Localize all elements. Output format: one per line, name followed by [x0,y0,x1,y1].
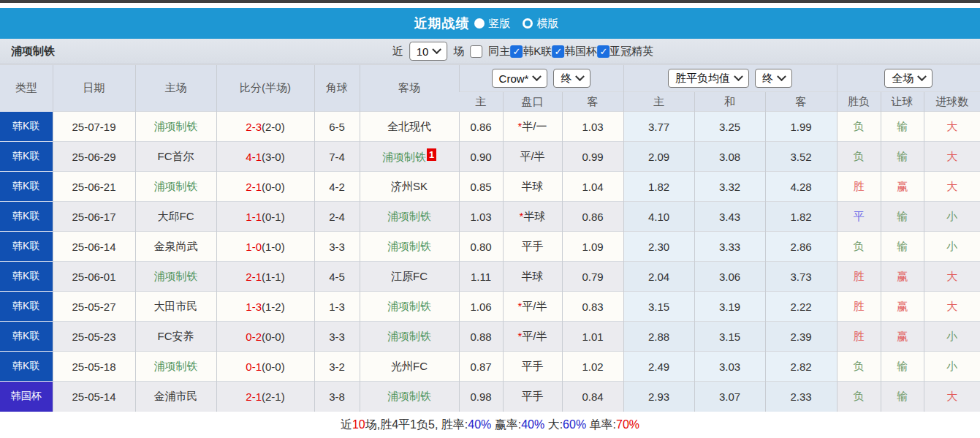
match-result: 胜 [854,300,865,312]
corners-cell: 4-2 [314,172,360,202]
away-team: 浦项制铁 [387,210,431,222]
goals-result-cell: 大 [924,382,980,412]
avg-away-odds: 2.22 [790,301,811,313]
full-match-select[interactable]: 全场 [884,69,932,88]
avg-away-odds: 1.99 [790,121,811,133]
vertical-layout-label[interactable]: 竖版 [489,17,511,31]
ah-away-odds-cell: 0.99 [562,142,623,172]
goals-result-cell: 大 [924,112,980,142]
match-type: 韩国杯 [11,390,42,401]
avg-draw-odds: 3.07 [719,390,740,403]
handicap-source-value: Crow* [499,72,529,85]
full-match-value: 全场 [892,72,913,86]
away-team-cell: 浦项制铁 [360,382,459,412]
average-time-select[interactable]: 终 [755,69,792,88]
corners-cell: 2-4 [314,202,360,232]
match-date-cell: 25-06-17 [53,202,135,232]
score-cell: 4-1(3-0) [216,142,314,172]
ah-home-odds: 0.88 [470,331,491,343]
horizontal-layout-label[interactable]: 横版 [537,17,559,31]
match-type: 韩K联 [12,270,39,282]
league-kleague-label[interactable]: 韩K联 [523,45,552,58]
league-acl-checkbox[interactable]: ✓ [597,45,609,58]
avg-draw-odds-cell: 3.03 [694,352,765,382]
ah-home-odds: 0.90 [470,151,491,163]
avg-home-odds-cell: 2.04 [623,262,694,292]
avg-draw-odds-cell: 3.25 [694,112,765,142]
ah-away-odds: 0.79 [582,271,603,283]
league-kleague-checkbox[interactable]: ✓ [510,45,523,58]
match-result: 负 [854,390,865,402]
match-type-cell: 韩K联 [0,112,53,142]
away-team-cell: 光州FC [360,352,459,382]
result-cell: 负 [837,352,881,382]
table-row: 韩K联 25-06-01 浦项制铁 2-1(1-1) 4-5 江原FC 1.11… [0,262,980,292]
table-row: 韩K联 25-05-27 大田市民 1-3(1-2) 1-3 浦项制铁 1.06… [0,292,980,322]
avg-home-odds-cell: 4.10 [623,202,694,232]
match-type: 韩K联 [12,240,39,252]
average-source-select[interactable]: 胜平负均值 [668,69,749,88]
asian-handicap-group-header: Crow* 终 [459,65,623,92]
result-cell: 胜 [837,322,881,352]
top-white-gap [0,3,980,8]
horizontal-layout-radio[interactable] [523,18,533,29]
handicap-line: 平手 [522,360,544,372]
avg-home-odds-cell: 3.15 [623,292,694,322]
ah-away-odds: 1.02 [582,360,603,373]
handicap-line: 平手 [522,390,544,402]
avg-away-odds-cell: 4.28 [765,172,837,202]
subheader-avg-away: 客 [765,92,837,112]
handicap-source-select[interactable]: Crow* [492,69,548,88]
match-type-cell: 韩K联 [0,172,53,202]
handicap-time-select[interactable]: 终 [553,69,590,88]
same-home-label: 同主 [488,45,510,58]
header-home: 主场 [135,65,216,112]
ah-home-odds: 0.98 [470,390,491,403]
subheader-handicap-result: 让球 [881,92,924,112]
title-bar: 近期战绩 竖版 横版 [0,8,980,39]
avg-away-odds-cell: 1.82 [765,202,837,232]
away-team: 浦项制铁 [387,330,431,342]
handicap-line: 平/半 [522,330,547,342]
handicap-result: 输 [897,210,908,222]
full-time-score: 2-1 [246,181,262,193]
chevron-down-icon [917,72,927,81]
summary-segment: 40% [521,418,544,431]
handicap-result: 输 [897,240,908,252]
table-row: 韩K联 25-06-29 FC首尔 4-1(3-0) 7-4 浦项制铁1 0.9… [0,142,980,172]
match-date-cell: 25-05-23 [53,322,135,352]
handicap-result-cell: 赢 [881,292,924,322]
league-acl-label[interactable]: 亚冠精英 [609,45,653,58]
half-time-score: (0-0) [262,331,285,343]
avg-away-odds: 3.52 [790,151,811,163]
match-count-select[interactable]: 10 [409,42,448,61]
results-tbody: 韩K联 25-07-19 浦项制铁 2-3(2-0) 6-5 全北现代 0.86… [0,112,980,412]
avg-draw-odds: 3.25 [719,121,740,133]
league-cup-checkbox[interactable]: ✓ [552,45,564,58]
corners-score: 4-2 [329,181,345,193]
avg-away-odds-cell: 2.39 [765,322,837,352]
ah-away-odds-cell: 0.79 [562,262,623,292]
ah-away-odds-cell: 1.01 [562,322,623,352]
average-time-value: 终 [762,72,773,86]
summary-segment: 近 [341,418,352,433]
ah-away-odds: 0.99 [582,151,603,163]
corners-cell: 3-3 [314,322,360,352]
vertical-layout-radio[interactable] [474,18,485,29]
same-home-checkbox[interactable] [470,45,482,58]
home-team-cell: 大田市民 [135,292,216,322]
chevron-down-icon [777,72,786,81]
avg-home-odds: 2.88 [648,331,669,343]
goals-result-cell: 小 [924,352,980,382]
filter-bar: 浦项制铁 近 10 场 同主 ✓ 韩K联 ✓ 韩国杯 ✓ 亚冠精英 [0,39,980,64]
full-time-score: 2-3 [246,121,262,133]
match-date: 25-06-17 [72,211,115,223]
handicap-cell: *平/半 [503,292,562,322]
home-team-cell: 浦项制铁 [135,112,216,142]
subheader-goals: 进球数 [924,92,980,112]
league-cup-label[interactable]: 韩国杯 [564,45,597,58]
avg-draw-odds-cell: 3.07 [694,382,765,412]
table-row: 韩K联 25-06-21 浦项制铁 2-1(0-0) 4-2 济州SK 0.85… [0,172,980,202]
corners-cell: 4-5 [314,262,360,292]
match-date-cell: 25-06-14 [53,232,135,262]
